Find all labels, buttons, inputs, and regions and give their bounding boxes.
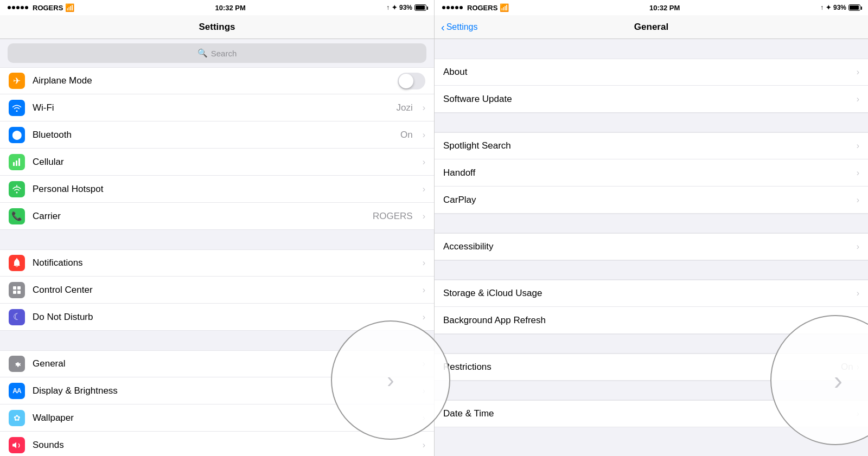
bluetooth-icon: ✦ (392, 4, 397, 11)
wifi-value: Jozi (396, 102, 412, 113)
right-time: 10:32 PM (649, 4, 680, 12)
left-phone-panel: ROGERS 📶 10:32 PM ↑ ✦ 93% Settings 🔍 Sea… (0, 0, 434, 456)
wifi-icon (9, 100, 25, 116)
accessibility-label: Accessibility (443, 241, 853, 252)
control-center-label: Control Center (33, 285, 413, 296)
right-section-3: Accessibility › (435, 233, 868, 260)
wifi-item[interactable]: Wi-Fi Jozi › (0, 94, 434, 121)
gps-icon: ↑ (386, 4, 390, 11)
right-zoom-chevron: › (834, 365, 843, 395)
cellular-chevron: › (423, 157, 425, 167)
spotlight-search-label: Spotlight Search (443, 140, 853, 151)
carplay-item[interactable]: CarPlay › (435, 187, 868, 214)
section-connectivity: ✈ Airplane Mode Wi-Fi Jozi › (0, 67, 434, 230)
carplay-chevron: › (857, 195, 859, 205)
wifi-label: Wi-Fi (33, 102, 388, 113)
airplane-mode-icon: ✈ (9, 73, 25, 89)
svg-rect-1 (16, 160, 17, 166)
about-item[interactable]: About › (435, 59, 868, 86)
carrier-label: Carrier (33, 211, 365, 222)
bluetooth-icon-item: ⬤ (9, 127, 25, 143)
sounds-chevron: › (423, 440, 425, 450)
search-icon: 🔍 (197, 48, 208, 58)
do-not-disturb-label: Do Not Disturb (33, 312, 413, 323)
svg-rect-7 (13, 291, 16, 294)
software-update-item[interactable]: Software Update › (435, 86, 868, 113)
personal-hotspot-icon (9, 181, 25, 197)
right-gps-icon: ↑ (820, 4, 824, 11)
right-battery-icon (848, 4, 860, 11)
battery-icon (414, 4, 426, 11)
right-status-left: ROGERS 📶 (442, 3, 509, 12)
control-center-item[interactable]: Control Center › (0, 277, 434, 304)
do-not-disturb-chevron: › (423, 312, 425, 322)
handoff-chevron: › (857, 168, 859, 178)
left-time: 10:32 PM (215, 4, 245, 12)
accessibility-item[interactable]: Accessibility › (435, 233, 868, 260)
notifications-item[interactable]: Notifications › (0, 249, 434, 277)
notifications-label: Notifications (33, 258, 413, 268)
right-section-1: About › Software Update › (435, 59, 868, 113)
do-not-disturb-icon: ☾ (9, 309, 25, 325)
handoff-item[interactable]: Handoff › (435, 159, 868, 187)
personal-hotspot-item[interactable]: Personal Hotspot › (0, 176, 434, 203)
left-status-bar: ROGERS 📶 10:32 PM ↑ ✦ 93% (0, 0, 434, 15)
software-update-chevron: › (857, 94, 859, 104)
left-nav-title: Settings (199, 22, 235, 33)
svg-rect-6 (17, 286, 21, 290)
left-battery-pct: 93% (399, 4, 412, 11)
notifications-icon (9, 255, 25, 271)
left-status-right: ↑ ✦ 93% (386, 4, 426, 11)
cellular-item[interactable]: Cellular › (0, 149, 434, 176)
back-label[interactable]: Settings (446, 22, 478, 32)
right-phone-panel: ROGERS 📶 10:32 PM ↑ ✦ 93% ‹ Settings Gen… (434, 0, 868, 456)
right-divider-1 (435, 113, 868, 132)
search-placeholder: Search (211, 49, 237, 58)
spotlight-chevron: › (857, 141, 859, 151)
signal-dots (8, 6, 28, 9)
svg-rect-0 (13, 162, 15, 166)
cellular-icon (9, 154, 25, 170)
svg-point-3 (16, 191, 18, 193)
carrier-item[interactable]: 📞 Carrier ROGERS › (0, 203, 434, 230)
airplane-mode-label: Airplane Mode (33, 75, 390, 86)
right-battery-pct: 93% (833, 4, 846, 11)
right-nav-title: General (634, 22, 668, 33)
right-status-right: ↑ ✦ 93% (820, 4, 860, 11)
cellular-label: Cellular (33, 157, 413, 168)
right-section-2: Spotlight Search › Handoff › CarPlay › (435, 132, 868, 214)
about-chevron: › (857, 67, 859, 77)
storage-chevron: › (857, 288, 859, 298)
personal-hotspot-label: Personal Hotspot (33, 184, 413, 195)
left-carrier: ROGERS (33, 4, 63, 12)
airplane-mode-item[interactable]: ✈ Airplane Mode (0, 67, 434, 94)
zoom-chevron-left: › (387, 368, 394, 393)
svg-rect-5 (13, 286, 16, 290)
bluetooth-value: On (400, 130, 413, 140)
spotlight-search-item[interactable]: Spotlight Search › (435, 132, 868, 159)
carrier-chevron: › (423, 211, 425, 221)
svg-rect-8 (17, 291, 21, 294)
wallpaper-icon: ✿ (9, 410, 25, 426)
personal-hotspot-chevron: › (423, 184, 425, 194)
left-wifi-icon: 📶 (65, 3, 74, 12)
bluetooth-item[interactable]: ⬤ Bluetooth On › (0, 121, 434, 149)
right-divider-2 (435, 214, 868, 233)
airplane-mode-toggle[interactable] (398, 73, 425, 89)
storage-icloud-item[interactable]: Storage & iCloud Usage › (435, 280, 868, 307)
sounds-icon (9, 437, 25, 453)
right-status-bar: ROGERS 📶 10:32 PM ↑ ✦ 93% (435, 0, 868, 15)
search-bar[interactable]: 🔍 Search (8, 43, 426, 63)
right-carrier: ROGERS (467, 4, 497, 12)
section-notifications: Notifications › Control Center › ☾ Do No (0, 249, 434, 331)
left-zoom-circle: › (331, 320, 450, 440)
carrier-value: ROGERS (373, 211, 413, 222)
svg-rect-2 (18, 158, 20, 166)
carrier-icon: 📞 (9, 208, 25, 224)
software-update-label: Software Update (443, 94, 853, 105)
control-center-icon (9, 282, 25, 298)
bluetooth-label: Bluetooth (33, 130, 393, 140)
control-center-chevron: › (423, 285, 425, 295)
general-icon (9, 356, 25, 372)
back-button[interactable]: ‹ Settings (441, 22, 477, 33)
